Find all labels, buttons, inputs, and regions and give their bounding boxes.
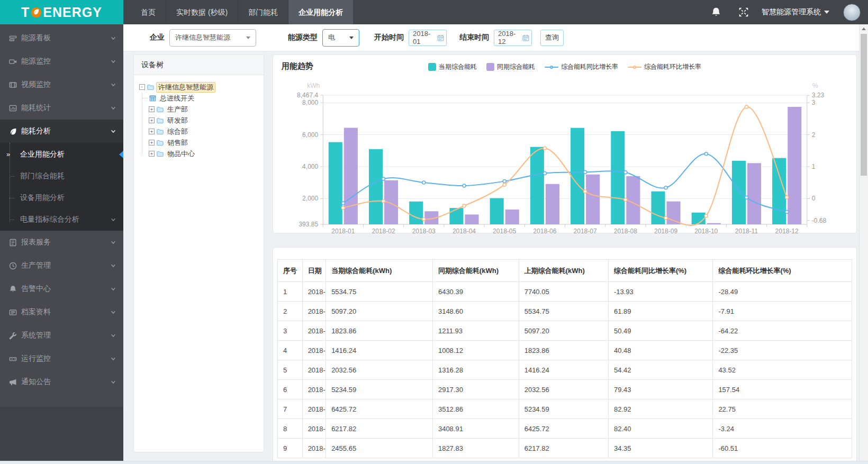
legend-item[interactable]: 综合能耗同比增长率 bbox=[545, 62, 618, 71]
system-menu[interactable]: 智慧能源管理系统 bbox=[762, 7, 829, 17]
table-cell: 8 bbox=[278, 419, 303, 439]
table-row: 12018-015534.756430.397740.05-13.93-28.4… bbox=[278, 282, 852, 302]
horizontal-scrollbar-track[interactable] bbox=[0, 461, 868, 464]
table-row: 52018-052032.561316.281416.2454.4243.52 bbox=[278, 360, 852, 380]
expand-expander[interactable]: + bbox=[149, 117, 155, 123]
energy-type-select[interactable]: 电 bbox=[322, 29, 359, 47]
table-cell: 1416.24 bbox=[326, 341, 433, 360]
fullscreen-icon[interactable] bbox=[738, 7, 749, 17]
device-tree: -许继信息智慧能源总进线开关+生产部+研发部+综合部+销售部+物品中心 bbox=[134, 75, 264, 159]
sidebar-item[interactable]: 告警中心 bbox=[0, 277, 123, 301]
sidebar-item[interactable]: 能源监控 bbox=[0, 50, 123, 73]
expand-expander[interactable]: + bbox=[149, 129, 155, 134]
sidebar-subitem[interactable]: 部门综合能耗 bbox=[0, 165, 123, 187]
sidebar-item[interactable]: 通知公告 bbox=[0, 370, 123, 394]
expand-expander[interactable]: + bbox=[149, 106, 155, 112]
sidebar-subitem[interactable]: 设备用能分析 bbox=[0, 187, 123, 208]
start-time-label: 开始时间 bbox=[374, 33, 404, 42]
svg-text:2018-07: 2018-07 bbox=[574, 228, 597, 234]
tree-node[interactable]: 总进线开关 bbox=[149, 93, 259, 104]
table-cell: 5234.59 bbox=[326, 380, 433, 399]
sidebar-item[interactable]: 运行监控 bbox=[0, 347, 123, 370]
active-arrow-icon: » bbox=[6, 150, 10, 158]
end-date-value: 2018-12 bbox=[498, 30, 521, 46]
report-icon bbox=[9, 239, 17, 247]
expand-expander[interactable]: + bbox=[149, 151, 155, 157]
tree-node[interactable]: +综合部 bbox=[149, 126, 259, 137]
start-date-input[interactable]: 2018-01 bbox=[409, 30, 447, 46]
sidebar-item[interactable]: 视频监控 bbox=[0, 73, 123, 96]
notification-bell-icon[interactable] bbox=[711, 7, 721, 17]
scrollbar-thumb[interactable] bbox=[861, 34, 867, 176]
table-cell: 5097.20 bbox=[326, 302, 433, 321]
top-tab[interactable]: 企业用能分析 bbox=[288, 0, 353, 24]
tree-node-label: 研发部 bbox=[166, 116, 189, 125]
table-cell: 157.54 bbox=[713, 380, 852, 399]
scroll-up-button[interactable] bbox=[860, 24, 868, 33]
table-cell: 7740.05 bbox=[519, 282, 608, 302]
main-content: 企业 许继信息智慧能源 能源类型 电 开始时间 2018-01 结束时间 201… bbox=[123, 24, 859, 461]
vertical-scrollbar[interactable] bbox=[859, 24, 868, 461]
collapse-expander[interactable]: - bbox=[139, 84, 145, 90]
sidebar-item[interactable]: 能源看板 bbox=[0, 26, 123, 50]
company-label: 企业 bbox=[150, 33, 165, 42]
legend-line-marker bbox=[545, 67, 558, 68]
expand-expander[interactable]: + bbox=[149, 140, 155, 145]
sidebar-item[interactable]: 能耗分析 bbox=[0, 120, 123, 143]
sidebar-item[interactable]: 报表服务 bbox=[0, 231, 123, 254]
tree-node-root[interactable]: -许继信息智慧能源 bbox=[139, 81, 259, 93]
sidebar-item[interactable]: 档案资料 bbox=[0, 301, 123, 324]
legend-item[interactable]: 综合能耗环比增长率 bbox=[628, 62, 701, 71]
filter-bar: 企业 许继信息智慧能源 能源类型 电 开始时间 2018-01 结束时间 201… bbox=[123, 24, 859, 51]
tree-node[interactable]: +研发部 bbox=[149, 115, 259, 126]
energy-data-table: 序号日期当期综合能耗(kWh)同期综合能耗(kWh)上期综合能耗(kWh)综合能… bbox=[277, 259, 852, 458]
svg-text:3: 3 bbox=[812, 99, 816, 106]
table-cell: 40.48 bbox=[608, 341, 712, 360]
chart-title: 用能趋势 bbox=[282, 61, 313, 70]
table-row: 92018-092455.651827.836217.8234.35-60.51 bbox=[278, 439, 852, 458]
legend-label: 当期综合能耗 bbox=[439, 62, 477, 71]
table-header-cell: 当期综合能耗(kWh) bbox=[326, 260, 433, 282]
tree-node[interactable]: +生产部 bbox=[149, 104, 259, 115]
company-select[interactable]: 许继信息智慧能源 bbox=[169, 29, 256, 47]
sidebar-subitem[interactable]: »企业用能分析 bbox=[0, 143, 123, 165]
sidebar-item[interactable]: 能耗统计 bbox=[0, 96, 123, 120]
table-cell: 5534.75 bbox=[519, 302, 608, 321]
chevron-down-icon bbox=[110, 379, 116, 385]
sidebar-subitem[interactable]: 电量指标综合分析 bbox=[0, 208, 123, 230]
query-button[interactable]: 查询 bbox=[540, 30, 564, 46]
user-avatar[interactable] bbox=[843, 4, 861, 21]
sidebar-subitem-label: 部门综合能耗 bbox=[20, 171, 65, 181]
sidebar-item-label: 能源看板 bbox=[21, 33, 51, 43]
svg-text:2: 2 bbox=[812, 131, 816, 139]
legend-item[interactable]: 同期综合能耗 bbox=[486, 62, 535, 71]
sidebar-item-label: 视频监控 bbox=[21, 80, 51, 89]
chevron-down-icon bbox=[246, 37, 250, 39]
legend-item[interactable]: 当期综合能耗 bbox=[428, 62, 477, 71]
table-cell: 1211.93 bbox=[432, 321, 519, 341]
top-tab[interactable]: 部门能耗 bbox=[238, 0, 288, 24]
logo-leaf-icon bbox=[30, 6, 42, 19]
table-cell: 1 bbox=[278, 282, 303, 302]
calendar-icon bbox=[437, 34, 444, 41]
tree-node[interactable]: +销售部 bbox=[149, 137, 259, 148]
legend-label: 综合能耗环比增长率 bbox=[644, 62, 701, 71]
end-date-input[interactable]: 2018-12 bbox=[494, 30, 532, 46]
sidebar-nav: 能源看板能源监控视频监控能耗统计能耗分析»企业用能分析部门综合能耗设备用能分析电… bbox=[0, 24, 123, 461]
sidebar-item[interactable]: 生产管理 bbox=[0, 254, 123, 277]
table-header-row: 序号日期当期综合能耗(kWh)同期综合能耗(kWh)上期综合能耗(kWh)综合能… bbox=[278, 260, 852, 282]
tree-node[interactable]: +物品中心 bbox=[149, 148, 259, 159]
clock-icon bbox=[9, 262, 17, 270]
app-logo[interactable]: T ENERGY bbox=[0, 0, 123, 24]
chevron-down-icon bbox=[110, 81, 116, 88]
legend-line-marker bbox=[628, 67, 641, 68]
usage-trend-card: 用能趋势 当期综合能耗同期综合能耗综合能耗同比增长率综合能耗环比增长率 kWh%… bbox=[273, 54, 857, 233]
drive-icon bbox=[9, 355, 17, 363]
table-cell: 2018-02 bbox=[302, 302, 326, 321]
table-header-cell: 日期 bbox=[302, 260, 326, 282]
top-tab[interactable]: 实时数据 (秒级) bbox=[166, 0, 238, 24]
table-cell: 6 bbox=[278, 380, 303, 399]
table-row: 82018-086217.823408.916425.7282.40-3.24 bbox=[278, 419, 852, 439]
sidebar-item[interactable]: 系统管理 bbox=[0, 324, 123, 347]
top-tab[interactable]: 首页 bbox=[131, 0, 166, 24]
